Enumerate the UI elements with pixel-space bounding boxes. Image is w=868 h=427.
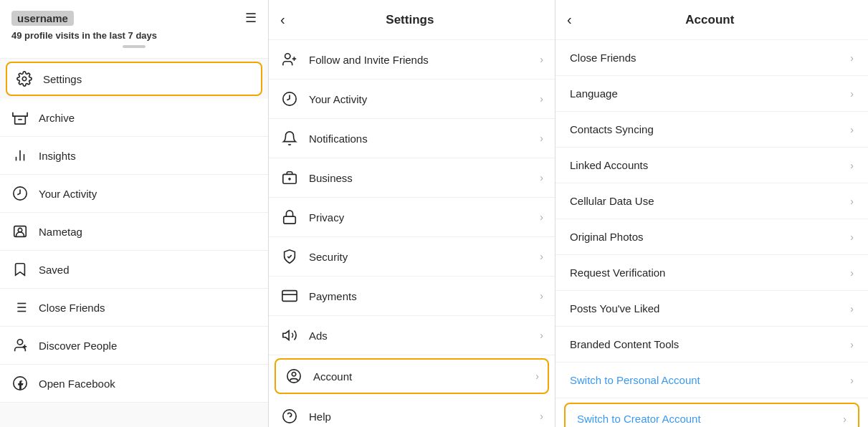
hamburger-icon[interactable]: ☰ (245, 10, 257, 26)
middle-panel: ‹ Settings Follow and Invite Friends › (269, 0, 555, 427)
sidebar-item-close-friends[interactable]: Close Friends (0, 289, 268, 327)
chevron-icon: › (850, 231, 854, 243)
settings-item-follow-invite[interactable]: Follow and Invite Friends › (269, 40, 555, 80)
sidebar-item-open-facebook[interactable]: Open Facebook (0, 365, 268, 403)
posts-liked-label: Posts You've Liked (570, 302, 659, 315)
account-item-switch-creator[interactable]: Switch to Creator Account › (564, 403, 859, 427)
scroll-indicator (123, 45, 146, 48)
bell-icon (280, 129, 299, 148)
settings-item-privacy[interactable]: Privacy › (269, 198, 555, 237)
activity-icon (11, 185, 29, 202)
account-item-linked-accounts[interactable]: Linked Accounts › (555, 148, 868, 183)
settings-item-security[interactable]: Security › (269, 237, 555, 277)
visit-count: 49 (11, 30, 22, 41)
account-item-cellular-data[interactable]: Cellular Data Use › (555, 183, 868, 219)
settings-label: Settings (43, 73, 82, 85)
privacy-label: Privacy (309, 211, 540, 224)
svg-rect-25 (284, 216, 296, 224)
chevron-icon: › (850, 267, 854, 279)
settings-title: Settings (294, 13, 526, 27)
cellular-data-label: Cellular Data Use (570, 195, 654, 207)
account-item-posts-liked[interactable]: Posts You've Liked › (555, 291, 868, 327)
your-activity-label: Your Activity (39, 188, 97, 200)
chevron-icon: › (850, 160, 854, 171)
language-label: Language (570, 87, 618, 100)
facebook-icon (11, 375, 29, 392)
settings-item-ads[interactable]: Ads › (269, 316, 555, 355)
business-icon (280, 168, 299, 187)
your-activity-label: Your Activity (309, 93, 540, 105)
chevron-icon: › (540, 251, 543, 262)
payments-label: Payments (309, 290, 540, 302)
gear-icon (16, 70, 33, 87)
settings-back-button[interactable]: ‹ (280, 11, 285, 28)
sidebar-item-your-activity[interactable]: Your Activity (0, 175, 268, 213)
settings-item-notifications[interactable]: Notifications › (269, 119, 555, 158)
chevron-icon: › (540, 330, 543, 341)
linked-accounts-label: Linked Accounts (570, 159, 648, 171)
svg-marker-28 (283, 331, 289, 340)
nametag-label: Nametag (39, 226, 82, 238)
account-back-button[interactable]: ‹ (567, 11, 572, 28)
chevron-icon: › (850, 52, 854, 64)
sidebar-item-insights[interactable]: Insights (0, 137, 268, 175)
account-header: ‹ Account (555, 0, 868, 40)
account-item-language[interactable]: Language › (555, 76, 868, 112)
sidebar-item-nametag[interactable]: Nametag (0, 213, 268, 251)
svg-point-7 (18, 228, 22, 232)
account-label: Account (313, 370, 535, 383)
settings-item-business[interactable]: Business › (269, 158, 555, 198)
open-facebook-label: Open Facebook (39, 378, 115, 390)
svg-point-30 (292, 373, 296, 377)
account-menu-list: Close Friends › Language › Contacts Sync… (555, 40, 868, 427)
help-label: Help (309, 411, 540, 423)
chevron-icon: › (540, 133, 543, 144)
archive-label: Archive (39, 112, 75, 124)
account-item-close-friends[interactable]: Close Friends › (555, 40, 868, 76)
svg-point-0 (22, 77, 27, 81)
chevron-icon: › (535, 370, 539, 382)
chevron-icon: › (850, 196, 854, 207)
settings-item-your-activity[interactable]: Your Activity › (269, 80, 555, 119)
sidebar-item-archive[interactable]: Archive (0, 99, 268, 137)
card-icon (280, 287, 299, 305)
account-item-original-photos[interactable]: Original Photos › (555, 219, 868, 255)
profile-header: username ☰ 49 profile visits in the last… (0, 0, 268, 59)
lock-icon (280, 208, 299, 226)
settings-item-payments[interactable]: Payments › (269, 277, 555, 316)
security-label: Security (309, 251, 540, 263)
switch-creator-label: Switch to Creator Account (577, 413, 701, 425)
original-photos-label: Original Photos (570, 231, 644, 243)
account-item-switch-personal[interactable]: Switch to Personal Account › (555, 363, 868, 398)
chevron-icon: › (540, 93, 543, 105)
close-friends-icon (11, 299, 29, 316)
chevron-icon: › (843, 413, 846, 425)
settings-item-account[interactable]: Account › (275, 358, 549, 394)
account-title: Account (581, 13, 839, 27)
left-panel: username ☰ 49 profile visits in the last… (0, 0, 269, 427)
settings-menu-list: Follow and Invite Friends › Your Activit… (269, 40, 555, 427)
svg-point-14 (17, 340, 22, 345)
add-person-icon (280, 50, 299, 69)
chevron-icon: › (540, 54, 543, 65)
saved-icon (11, 261, 29, 278)
ads-icon (280, 326, 299, 345)
sidebar-item-saved[interactable]: Saved (0, 251, 268, 289)
profile-visits: 49 profile visits in the last 7 days (11, 30, 257, 41)
settings-item-help[interactable]: Help › (269, 397, 555, 427)
close-friends-label: Close Friends (570, 52, 636, 64)
profile-name: username (11, 11, 74, 26)
chevron-icon: › (540, 172, 543, 183)
contacts-syncing-label: Contacts Syncing (570, 123, 654, 135)
sidebar-item-discover-people[interactable]: Discover People (0, 327, 268, 365)
clock-icon (280, 90, 299, 108)
account-item-branded-content[interactable]: Branded Content Tools › (555, 327, 868, 363)
discover-people-label: Discover People (39, 340, 117, 352)
discover-icon (11, 337, 29, 354)
sidebar-item-settings[interactable]: Settings (6, 62, 262, 96)
account-item-request-verification[interactable]: Request Verification › (555, 255, 868, 291)
request-verification-label: Request Verification (570, 267, 665, 279)
branded-content-label: Branded Content Tools (570, 338, 679, 350)
account-item-contacts-syncing[interactable]: Contacts Syncing › (555, 112, 868, 148)
insights-icon (11, 147, 29, 164)
